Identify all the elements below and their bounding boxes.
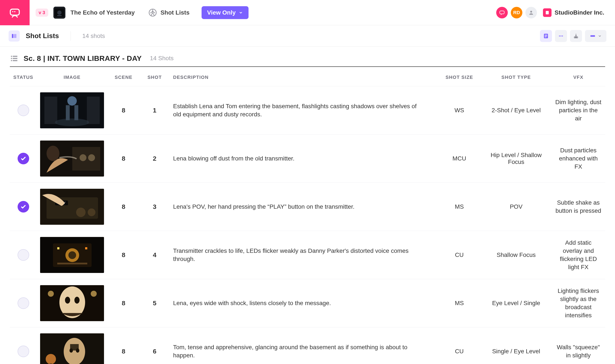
col-description[interactable]: DESCRIPTION [170,67,438,86]
svg-rect-22 [13,56,17,57]
svg-point-55 [74,297,80,304]
project-title[interactable]: The Echo of Yesterday [70,9,135,16]
cell-vfx: Lighting flickers slightly as the broadc… [555,287,602,319]
col-status[interactable]: STATUS [10,67,37,86]
col-scene[interactable]: SCENE [108,67,140,86]
cell-scene: 8 [108,279,140,327]
cell-scene: 8 [108,86,140,135]
top-bar: v 3 The Echo of Yesterday Shot Lists Vie… [0,0,615,25]
cell-shot-type: Single / Eye Level [481,327,551,364]
svg-rect-4 [57,15,62,16]
shot-thumbnail[interactable] [40,237,104,273]
top-left-group: v 3 The Echo of Yesterday Shot Lists Vie… [30,6,496,19]
shot-thumbnail[interactable] [40,285,104,321]
cell-scene: 8 [108,135,140,183]
user-avatar[interactable]: RD [511,7,522,18]
svg-point-15 [559,35,560,36]
svg-text:PDF: PDF [575,37,577,38]
table-row[interactable]: 8 4 Transmitter crackles to life, LEDs f… [10,231,605,279]
layout-icon[interactable] [9,30,20,41]
col-shot-type[interactable]: SHOT TYPE [481,67,551,86]
shot-thumbnail[interactable] [40,141,104,177]
cell-shot-size: CU [438,231,481,279]
status-empty-icon[interactable] [18,297,29,309]
status-done-icon[interactable] [18,153,29,164]
svg-rect-49 [57,247,59,249]
svg-rect-51 [57,263,87,264]
cell-scene: 8 [108,327,140,364]
cell-description: Transmitter crackles to life, LEDs flick… [173,247,422,263]
cell-shot: 5 [140,279,170,327]
table-row[interactable]: 8 1 Establish Lena and Tom entering the … [10,86,605,135]
section-breadcrumb[interactable]: Shot Lists [148,8,189,17]
col-image[interactable]: IMAGE [37,67,108,86]
status-empty-icon[interactable] [18,249,29,261]
svg-rect-32 [74,105,78,120]
cell-shot-size: MS [438,279,481,327]
cell-shot: 3 [140,183,170,231]
view-only-button[interactable]: View Only [202,6,248,19]
svg-rect-29 [87,97,100,124]
status-done-icon[interactable] [18,201,29,212]
shot-thumbnail[interactable] [40,92,104,128]
export-pdf-button[interactable]: PDF [570,30,582,42]
section-label: Shot Lists [160,9,189,16]
cell-description: Lena's POV, her hand pressing the “PLAY”… [173,203,422,211]
chat-avatar[interactable] [496,7,508,18]
brand-logo[interactable] [0,0,30,25]
cell-vfx: Add static overlay and flickering LED li… [555,239,602,271]
company-icon [543,8,551,17]
svg-point-63 [46,354,56,364]
cell-description: Establish Lena and Tom entering the base… [173,102,422,118]
svg-point-37 [88,154,95,161]
version-badge[interactable]: v 3 [36,9,48,17]
col-vfx[interactable]: VFX [551,67,605,86]
svg-point-59 [64,338,85,364]
cell-shot-size: MS [438,183,481,231]
project-thumbnail[interactable] [53,7,65,19]
svg-point-16 [560,35,562,36]
svg-rect-21 [11,56,12,57]
svg-rect-23 [11,58,12,59]
cell-vfx: Subtle shake as button is pressed [555,199,602,215]
cell-shot: 2 [140,135,170,183]
svg-rect-26 [13,60,17,61]
table-row[interactable]: 8 5 Lena, eyes wide with shock, listens … [10,279,605,327]
svg-point-36 [80,154,86,161]
sub-bar: Shot Lists 14 shots PDF [0,25,615,47]
cell-shot: 6 [140,327,170,364]
svg-point-43 [76,208,85,217]
scene-shot-count: 14 Shots [150,55,174,62]
aperture-icon [148,8,157,17]
table-row[interactable]: 8 6 Tom, tense and apprehensive, glancin… [10,327,605,364]
sub-title: Shot Lists [26,32,59,40]
view-sheet-button[interactable] [540,30,552,42]
guest-avatar[interactable] [525,7,537,18]
shot-table: STATUS IMAGE SCENE SHOT DESCRIPTION SHOT… [10,67,605,364]
svg-rect-24 [13,58,17,59]
company-chip[interactable]: StudioBinder Inc. [540,7,607,19]
svg-point-17 [562,35,563,36]
list-icon [10,54,18,63]
cell-scene: 8 [108,183,140,231]
display-mode-button[interactable] [585,30,606,42]
status-empty-icon[interactable] [18,346,29,357]
svg-point-7 [530,11,532,13]
shot-thumbnail[interactable]: PLAY [40,189,104,225]
svg-point-61 [69,348,73,353]
status-empty-icon[interactable] [18,104,29,116]
table-row[interactable]: 8 2 Lena blowing off dust from the old t… [10,135,605,183]
more-options-button[interactable] [555,30,567,42]
svg-point-48 [68,251,76,259]
table-row[interactable]: PLAY 8 3 Lena's POV, her hand pressing t… [10,183,605,231]
col-shot[interactable]: SHOT [140,67,170,86]
svg-rect-25 [11,60,12,61]
toolbar: PDF [540,30,606,42]
shot-thumbnail[interactable] [40,333,104,364]
col-shot-size[interactable]: SHOT SIZE [438,67,481,86]
cell-shot-size: WS [438,86,481,135]
divider [70,31,71,41]
shot-table-wrap: STATUS IMAGE SCENE SHOT DESCRIPTION SHOT… [0,66,615,364]
cell-shot-type: Hip Level / Shallow Focus [481,135,551,183]
svg-point-44 [88,208,96,216]
